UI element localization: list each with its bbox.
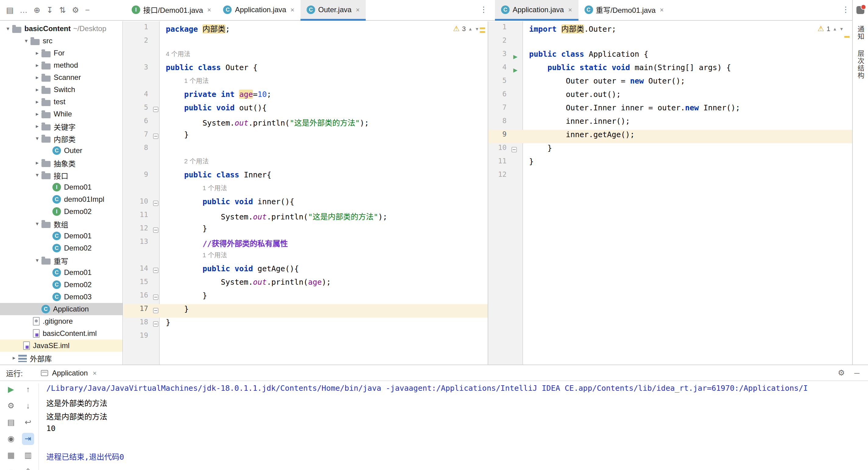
chevron-open-icon[interactable]: ▾ <box>4 26 12 32</box>
tree-item-Outer[interactable]: COuter <box>0 145 123 157</box>
warning-stripe-mark[interactable] <box>480 31 485 33</box>
tree-item-数组[interactable]: ▾数组 <box>0 218 123 230</box>
fold-icon[interactable] <box>512 147 517 152</box>
settings-gear-icon[interactable]: ⚙ <box>72 0 79 20</box>
notifications-icon[interactable] <box>857 6 864 14</box>
more-options-icon[interactable]: ⋮ <box>480 5 488 14</box>
fold-icon[interactable] <box>153 294 158 300</box>
tree-item-Demo03[interactable]: CDemo03 <box>0 291 123 303</box>
prev-issue-icon[interactable]: ▲ <box>833 27 837 31</box>
chevron-closed-icon[interactable]: ▸ <box>33 62 41 68</box>
tree-item-Scanner[interactable]: ▸Scanner <box>0 71 123 84</box>
chevron-closed-icon[interactable]: ▸ <box>33 50 41 56</box>
fold-icon[interactable] <box>153 133 158 139</box>
prev-issue-icon[interactable]: ▲ <box>468 27 472 31</box>
collapse-all-icon[interactable]: ↧ <box>46 0 53 20</box>
fold-icon[interactable] <box>153 268 158 273</box>
tree-item-接口[interactable]: ▾接口 <box>0 169 123 181</box>
soft-wrap-icon[interactable]: ↩ <box>22 416 34 429</box>
tool-window-notifications[interactable]: 通知 <box>856 26 865 40</box>
tree-item-内部类[interactable]: ▾内部类 <box>0 132 123 145</box>
chevron-closed-icon[interactable]: ▸ <box>33 160 41 166</box>
fold-icon[interactable] <box>153 107 158 112</box>
rerun-icon[interactable]: ▶ <box>5 383 17 396</box>
print-icon[interactable]: ▥ <box>22 449 34 462</box>
chevron-closed-icon[interactable]: ▸ <box>33 111 41 117</box>
fold-icon[interactable] <box>153 200 158 206</box>
close-tab-icon[interactable]: × <box>568 6 572 13</box>
run-line-icon[interactable]: ▶ <box>509 54 518 60</box>
tree-item-While[interactable]: ▸While <box>0 108 123 120</box>
chevron-closed-icon[interactable]: ▸ <box>33 99 41 105</box>
tool-window-hierarchy[interactable]: 层次结构 <box>856 50 865 79</box>
up-the-stack-trace-icon[interactable]: ↑ <box>22 383 34 396</box>
screenshot-icon[interactable]: ◉ <box>5 433 17 445</box>
tree-item-Demo01[interactable]: IDemo01 <box>0 181 123 193</box>
more-options-icon[interactable]: ⋮ <box>842 5 850 14</box>
tree-item-Demo01[interactable]: CDemo01 <box>0 267 123 279</box>
hide-panel-icon[interactable]: ─ <box>854 369 860 377</box>
tree-item-For[interactable]: ▸For <box>0 47 123 59</box>
close-tab-icon[interactable]: × <box>660 6 664 13</box>
next-issue-icon[interactable]: ▼ <box>475 27 479 31</box>
tree-item-Demo02[interactable]: CDemo02 <box>0 242 123 254</box>
close-tab-icon[interactable]: × <box>207 6 211 13</box>
clear-all-icon[interactable]: ♺ <box>22 466 34 470</box>
tree-item-basicContent[interactable]: ▾basicContent~/Desktop <box>0 23 123 35</box>
next-issue-icon[interactable]: ▼ <box>839 27 844 31</box>
chevron-open-icon[interactable]: ▾ <box>33 135 41 142</box>
inspections-widget[interactable]: ⚠1 ▲▼ <box>817 24 844 33</box>
tree-item-Application[interactable]: CApplication <box>0 303 123 315</box>
navigate-icon[interactable]: ⊕ <box>34 0 40 20</box>
chevron-closed-icon[interactable]: ▸ <box>33 87 41 93</box>
warning-stripe-mark[interactable] <box>844 36 850 38</box>
run-tab[interactable]: Application × <box>36 365 101 381</box>
tab-Application.java[interactable]: CApplication.java× <box>217 0 301 21</box>
close-tab-icon[interactable]: × <box>356 6 360 13</box>
chevron-open-icon[interactable]: ▾ <box>22 38 30 44</box>
sort-icon[interactable]: ⇅ <box>59 0 66 20</box>
tree-item-method[interactable]: ▸method <box>0 59 123 71</box>
run-line-icon[interactable]: ▶ <box>509 67 518 73</box>
close-tab-icon[interactable]: × <box>93 369 97 376</box>
tab-接口/Demo01.java[interactable]: I接口/Demo01.java× <box>126 0 217 21</box>
chevron-closed-icon[interactable]: ▸ <box>33 123 41 129</box>
tree-item-.gitignore[interactable]: .gitignore <box>0 315 123 327</box>
more-icon[interactable]: … <box>20 0 28 20</box>
tree-item-test[interactable]: ▸test <box>0 96 123 108</box>
tree-item-Demo02[interactable]: CDemo02 <box>0 279 123 291</box>
tree-item-src[interactable]: ▾src <box>0 35 123 47</box>
down-the-stack-trace-icon[interactable]: ↓ <box>22 400 34 412</box>
hide-panel-icon[interactable]: − <box>85 0 90 20</box>
close-tab-icon[interactable]: × <box>290 6 294 13</box>
tree-item-basicContent.iml[interactable]: basicContent.iml <box>0 327 123 340</box>
tree-item-外部库[interactable]: ▸外部库 <box>0 352 123 364</box>
tree-item-Demo02[interactable]: IDemo02 <box>0 206 123 218</box>
monitor-icon[interactable]: ▦ <box>5 449 17 462</box>
console-output[interactable]: /Library/Java/JavaVirtualMachines/jdk-18… <box>46 383 868 470</box>
tab-重写/Demo01.java[interactable]: C重写/Demo01.java× <box>578 0 670 21</box>
inspections-widget[interactable]: ⚠3 ▲▼ <box>453 24 479 33</box>
chevron-open-icon[interactable]: ▾ <box>33 257 41 263</box>
tab-Outer.java[interactable]: COuter.java× <box>301 0 366 21</box>
tree-item-抽象类[interactable]: ▸抽象类 <box>0 157 123 169</box>
left-editor[interactable]: 1package 内部类;24 个用法3public class Outer {… <box>124 21 488 365</box>
tab-Application.java[interactable]: CApplication.java× <box>495 0 578 21</box>
fold-icon[interactable] <box>153 308 158 313</box>
tree-item-demo01Impl[interactable]: Cdemo01Impl <box>0 193 123 206</box>
tree-item-重写[interactable]: ▾重写 <box>0 254 123 267</box>
stop-icon[interactable]: ■ <box>5 466 17 470</box>
tree-item-Demo01[interactable]: CDemo01 <box>0 230 123 242</box>
chevron-open-icon[interactable]: ▾ <box>33 172 41 178</box>
settings-gear-icon[interactable]: ⚙ <box>838 368 845 377</box>
coverage-icon[interactable]: ▤ <box>5 416 17 429</box>
right-editor[interactable]: 1import 内部类.Outer;23▶public class Applic… <box>488 21 852 365</box>
chevron-closed-icon[interactable]: ▸ <box>33 74 41 81</box>
fold-icon[interactable] <box>153 227 158 233</box>
chevron-closed-icon[interactable]: ▸ <box>10 355 18 361</box>
recent-files-icon[interactable]: ▤ <box>6 0 14 20</box>
tree-item-JavaSE.iml[interactable]: JavaSE.iml <box>0 340 123 352</box>
tree-item-Switch[interactable]: ▸Switch <box>0 84 123 96</box>
chevron-open-icon[interactable]: ▾ <box>33 221 41 227</box>
fold-icon[interactable] <box>153 321 158 327</box>
